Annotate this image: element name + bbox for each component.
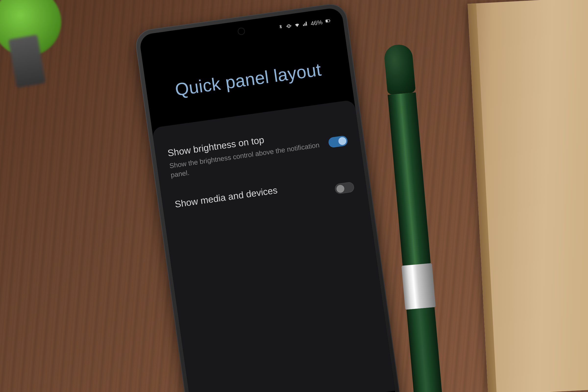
phone-device: 46% Quick panel layout Show brightness o… <box>134 2 403 392</box>
battery-percent-label: 46% <box>310 18 323 27</box>
phone-screen: 46% Quick panel layout Show brightness o… <box>139 7 398 392</box>
notebook-prop <box>468 0 588 392</box>
pen-prop <box>384 44 444 392</box>
svg-rect-1 <box>326 20 328 22</box>
bluetooth-icon <box>277 24 284 32</box>
toggle-brightness-on-top[interactable] <box>328 135 348 148</box>
signal-icon <box>302 20 309 28</box>
settings-panel: Show brightness on top Show the brightne… <box>152 100 395 392</box>
toggle-media-and-devices[interactable] <box>334 182 355 194</box>
battery-icon <box>324 18 331 26</box>
wifi-icon <box>294 22 300 30</box>
android-figurine-prop <box>0 0 61 56</box>
vibrate-icon <box>286 23 292 31</box>
